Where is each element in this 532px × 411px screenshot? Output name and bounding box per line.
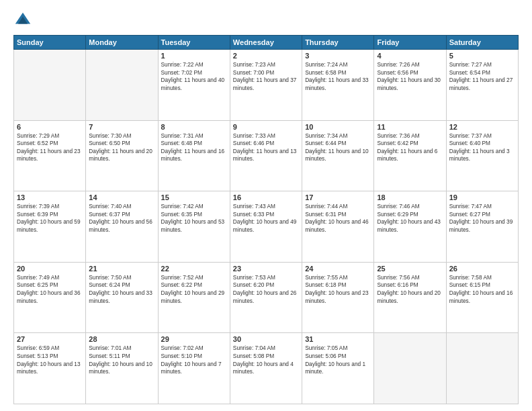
weekday-header-sunday: Sunday xyxy=(14,36,86,50)
day-cell: 15Sunrise: 7:42 AMSunset: 6:35 PMDayligh… xyxy=(158,191,230,263)
day-detail: Sunrise: 7:55 AMSunset: 6:18 PMDaylight:… xyxy=(305,274,371,305)
day-cell xyxy=(374,333,446,404)
logo-icon xyxy=(13,11,32,30)
day-detail: Sunrise: 7:47 AMSunset: 6:27 PMDaylight:… xyxy=(449,203,515,234)
day-detail: Sunrise: 7:46 AMSunset: 6:29 PMDaylight:… xyxy=(377,203,443,234)
day-number: 3 xyxy=(305,52,371,60)
day-detail: Sunrise: 7:33 AMSunset: 6:46 PMDaylight:… xyxy=(233,132,299,163)
day-cell: 26Sunrise: 7:58 AMSunset: 6:15 PMDayligh… xyxy=(446,262,518,333)
day-number: 13 xyxy=(17,193,83,201)
weekday-header-wednesday: Wednesday xyxy=(230,36,302,50)
day-number: 9 xyxy=(233,123,299,131)
day-number: 26 xyxy=(449,265,515,273)
day-detail: Sunrise: 7:52 AMSunset: 6:22 PMDaylight:… xyxy=(161,274,227,305)
day-cell: 2Sunrise: 7:23 AMSunset: 7:00 PMDaylight… xyxy=(230,50,302,121)
day-number: 21 xyxy=(89,265,154,273)
week-row-5: 27Sunrise: 6:59 AMSunset: 5:13 PMDayligh… xyxy=(14,333,519,404)
day-cell: 16Sunrise: 7:43 AMSunset: 6:33 PMDayligh… xyxy=(230,191,302,263)
day-cell: 29Sunrise: 7:02 AMSunset: 5:10 PMDayligh… xyxy=(158,333,230,404)
day-detail: Sunrise: 7:49 AMSunset: 6:25 PMDaylight:… xyxy=(17,274,83,305)
day-number: 29 xyxy=(161,335,227,343)
day-cell: 14Sunrise: 7:40 AMSunset: 6:37 PMDayligh… xyxy=(86,191,158,263)
day-number: 23 xyxy=(233,265,299,273)
day-detail: Sunrise: 7:53 AMSunset: 6:20 PMDaylight:… xyxy=(233,274,299,305)
day-detail: Sunrise: 7:30 AMSunset: 6:50 PMDaylight:… xyxy=(89,132,154,163)
day-cell: 24Sunrise: 7:55 AMSunset: 6:18 PMDayligh… xyxy=(302,262,374,333)
week-row-4: 20Sunrise: 7:49 AMSunset: 6:25 PMDayligh… xyxy=(14,262,519,333)
day-cell: 30Sunrise: 7:04 AMSunset: 5:08 PMDayligh… xyxy=(230,333,302,404)
weekday-header-monday: Monday xyxy=(86,36,158,50)
header xyxy=(13,11,519,30)
day-number: 17 xyxy=(305,193,371,201)
day-number: 8 xyxy=(161,123,227,131)
day-cell xyxy=(86,50,158,121)
day-number: 24 xyxy=(305,265,371,273)
day-number: 20 xyxy=(17,265,83,273)
day-cell xyxy=(446,333,518,404)
logo xyxy=(13,11,35,30)
day-cell: 17Sunrise: 7:44 AMSunset: 6:31 PMDayligh… xyxy=(302,191,374,263)
day-cell: 18Sunrise: 7:46 AMSunset: 6:29 PMDayligh… xyxy=(374,191,446,263)
day-number: 11 xyxy=(377,123,443,131)
day-cell: 31Sunrise: 7:05 AMSunset: 5:06 PMDayligh… xyxy=(302,333,374,404)
day-cell: 9Sunrise: 7:33 AMSunset: 6:46 PMDaylight… xyxy=(230,120,302,191)
weekday-header-friday: Friday xyxy=(374,36,446,50)
day-detail: Sunrise: 7:58 AMSunset: 6:15 PMDaylight:… xyxy=(449,274,515,305)
weekday-header-thursday: Thursday xyxy=(302,36,374,50)
day-detail: Sunrise: 7:42 AMSunset: 6:35 PMDaylight:… xyxy=(161,203,227,234)
day-detail: Sunrise: 7:26 AMSunset: 6:56 PMDaylight:… xyxy=(377,61,443,92)
day-number: 15 xyxy=(161,193,227,201)
day-number: 4 xyxy=(377,52,443,60)
day-cell: 4Sunrise: 7:26 AMSunset: 6:56 PMDaylight… xyxy=(374,50,446,121)
week-row-2: 6Sunrise: 7:29 AMSunset: 6:52 PMDaylight… xyxy=(14,120,519,191)
day-cell: 8Sunrise: 7:31 AMSunset: 6:48 PMDaylight… xyxy=(158,120,230,191)
day-number: 19 xyxy=(449,193,515,201)
day-detail: Sunrise: 7:24 AMSunset: 6:58 PMDaylight:… xyxy=(305,61,371,92)
day-detail: Sunrise: 7:50 AMSunset: 6:24 PMDaylight:… xyxy=(89,274,154,305)
day-cell: 7Sunrise: 7:30 AMSunset: 6:50 PMDaylight… xyxy=(86,120,158,191)
day-cell: 21Sunrise: 7:50 AMSunset: 6:24 PMDayligh… xyxy=(86,262,158,333)
weekday-header-tuesday: Tuesday xyxy=(158,36,230,50)
day-detail: Sunrise: 7:39 AMSunset: 6:39 PMDaylight:… xyxy=(17,203,83,234)
day-detail: Sunrise: 7:37 AMSunset: 6:40 PMDaylight:… xyxy=(449,132,515,163)
day-detail: Sunrise: 7:27 AMSunset: 6:54 PMDaylight:… xyxy=(449,61,515,92)
day-cell: 10Sunrise: 7:34 AMSunset: 6:44 PMDayligh… xyxy=(302,120,374,191)
week-row-1: 1Sunrise: 7:22 AMSunset: 7:02 PMDaylight… xyxy=(14,50,519,121)
day-number: 27 xyxy=(17,335,83,343)
weekday-header-row: SundayMondayTuesdayWednesdayThursdayFrid… xyxy=(14,36,519,50)
day-cell: 1Sunrise: 7:22 AMSunset: 7:02 PMDaylight… xyxy=(158,50,230,121)
day-detail: Sunrise: 6:59 AMSunset: 5:13 PMDaylight:… xyxy=(17,345,83,375)
day-cell: 25Sunrise: 7:56 AMSunset: 6:16 PMDayligh… xyxy=(374,262,446,333)
day-number: 5 xyxy=(449,52,515,60)
day-number: 31 xyxy=(305,335,371,343)
day-number: 30 xyxy=(233,335,299,343)
day-cell: 5Sunrise: 7:27 AMSunset: 6:54 PMDaylight… xyxy=(446,50,518,121)
day-cell: 12Sunrise: 7:37 AMSunset: 6:40 PMDayligh… xyxy=(446,120,518,191)
day-number: 28 xyxy=(89,335,154,343)
day-detail: Sunrise: 7:43 AMSunset: 6:33 PMDaylight:… xyxy=(233,203,299,234)
day-detail: Sunrise: 7:40 AMSunset: 6:37 PMDaylight:… xyxy=(89,203,154,234)
day-detail: Sunrise: 7:02 AMSunset: 5:10 PMDaylight:… xyxy=(161,345,227,375)
day-cell: 19Sunrise: 7:47 AMSunset: 6:27 PMDayligh… xyxy=(446,191,518,263)
day-cell: 22Sunrise: 7:52 AMSunset: 6:22 PMDayligh… xyxy=(158,262,230,333)
weekday-header-saturday: Saturday xyxy=(446,36,518,50)
week-row-3: 13Sunrise: 7:39 AMSunset: 6:39 PMDayligh… xyxy=(14,191,519,263)
day-detail: Sunrise: 7:56 AMSunset: 6:16 PMDaylight:… xyxy=(377,274,443,305)
day-cell: 6Sunrise: 7:29 AMSunset: 6:52 PMDaylight… xyxy=(14,120,86,191)
day-detail: Sunrise: 7:23 AMSunset: 7:00 PMDaylight:… xyxy=(233,61,299,92)
day-number: 22 xyxy=(161,265,227,273)
day-number: 18 xyxy=(377,193,443,201)
day-detail: Sunrise: 7:44 AMSunset: 6:31 PMDaylight:… xyxy=(305,203,371,234)
day-detail: Sunrise: 7:31 AMSunset: 6:48 PMDaylight:… xyxy=(161,132,227,163)
day-number: 10 xyxy=(305,123,371,131)
day-detail: Sunrise: 7:05 AMSunset: 5:06 PMDaylight:… xyxy=(305,345,371,375)
day-detail: Sunrise: 7:01 AMSunset: 5:11 PMDaylight:… xyxy=(89,345,154,375)
day-cell: 27Sunrise: 6:59 AMSunset: 5:13 PMDayligh… xyxy=(14,333,86,404)
day-detail: Sunrise: 7:36 AMSunset: 6:42 PMDaylight:… xyxy=(377,132,443,163)
day-cell: 3Sunrise: 7:24 AMSunset: 6:58 PMDaylight… xyxy=(302,50,374,121)
day-number: 14 xyxy=(89,193,154,201)
day-number: 16 xyxy=(233,193,299,201)
day-detail: Sunrise: 7:34 AMSunset: 6:44 PMDaylight:… xyxy=(305,132,371,163)
day-number: 2 xyxy=(233,52,299,60)
calendar: SundayMondayTuesdayWednesdayThursdayFrid… xyxy=(13,35,519,404)
